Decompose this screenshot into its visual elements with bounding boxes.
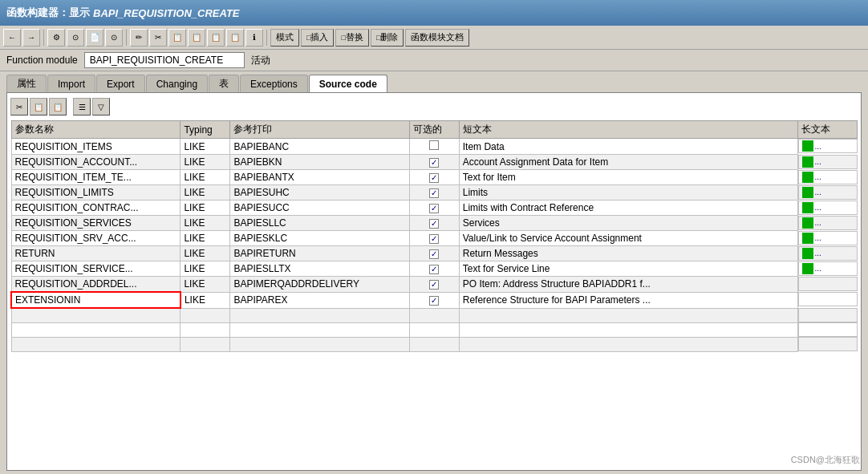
param-long-text[interactable]: ... <box>798 139 858 153</box>
tool-btn-7[interactable]: 📋 <box>168 29 186 47</box>
long-text-btn[interactable]: ... <box>815 203 821 212</box>
param-optional[interactable] <box>409 337 459 351</box>
table-row[interactable]: REQUISITION_ITEM_TE...LIKEBAPIEBANTXText… <box>11 170 858 185</box>
table-row[interactable]: REQUISITION_SRV_ACC...LIKEBAPIESKLCValue… <box>11 231 858 246</box>
param-optional[interactable] <box>409 155 459 170</box>
long-text-btn[interactable]: ... <box>815 188 821 196</box>
param-long-text[interactable]: ... <box>798 246 858 261</box>
long-text-btn[interactable]: ... <box>815 249 821 257</box>
table-row[interactable]: REQUISITION_ACCOUNT...LIKEBAPIEBKNAccoun… <box>11 155 858 170</box>
optional-checkbox[interactable] <box>429 140 439 150</box>
long-text-btn[interactable]: ... <box>815 233 821 242</box>
tool-btn-1[interactable]: ⚙ <box>47 29 65 47</box>
param-long-text[interactable]: ... <box>798 155 858 169</box>
function-value[interactable]: BAPI_REQUISITION_CREATE <box>84 52 245 68</box>
param-optional[interactable] <box>409 292 459 308</box>
table-row[interactable]: EXTENSIONINLIKEBAPIPAREXReference Struct… <box>11 292 858 308</box>
param-long-text[interactable] <box>798 322 858 337</box>
tool-btn-9[interactable]: 📋 <box>207 29 225 47</box>
tool-btn-6[interactable]: ✂ <box>149 29 167 47</box>
param-optional[interactable] <box>409 185 459 201</box>
param-long-text[interactable]: ... <box>798 216 858 230</box>
param-optional[interactable] <box>409 277 459 293</box>
copy-btn[interactable]: 📋 <box>30 98 47 115</box>
mode-btn[interactable]: 模式 <box>270 29 299 47</box>
long-text-btn[interactable]: ... <box>815 142 821 151</box>
tool-btn-8[interactable]: 📋 <box>188 29 205 47</box>
sort-btn[interactable]: ☰ <box>73 98 91 115</box>
tab-changing[interactable]: Changing <box>146 75 208 92</box>
tool-btn-11[interactable]: ℹ <box>245 29 263 47</box>
table-row[interactable] <box>11 337 858 351</box>
param-optional[interactable] <box>409 231 459 246</box>
param-long-text[interactable] <box>798 337 858 351</box>
param-optional[interactable] <box>409 308 459 322</box>
back-btn[interactable]: ← <box>3 29 21 47</box>
table-row[interactable]: REQUISITION_ITEMSLIKEBAPIEBANCItem Data.… <box>11 139 858 155</box>
table-row[interactable]: REQUISITION_CONTRAC...LIKEBAPIESUCCLimit… <box>11 201 858 216</box>
tab-table[interactable]: 表 <box>209 75 239 92</box>
long-text-btn[interactable]: ... <box>815 157 821 166</box>
tab-properties[interactable]: 属性 <box>6 75 47 92</box>
tab-export[interactable]: Export <box>96 75 145 92</box>
filter-btn[interactable]: ▽ <box>92 98 110 115</box>
param-optional[interactable] <box>409 216 459 231</box>
table-row[interactable] <box>11 322 858 337</box>
table-row[interactable]: REQUISITION_ADDRDEL...LIKEBAPIMERQADDRDE… <box>11 277 858 293</box>
optional-checkbox[interactable] <box>429 188 439 198</box>
function-bar: Function module BAPI_REQUISITION_CREATE … <box>0 50 868 71</box>
table-row[interactable]: RETURNLIKEBAPIRETURNReturn Messages... <box>11 246 858 261</box>
param-long-text[interactable]: ... <box>798 201 858 215</box>
tab-import[interactable]: Import <box>47 75 95 92</box>
func-doc-btn[interactable]: 函数模块文档 <box>405 29 469 47</box>
param-short-text: PO Item: Address Structure BAPIADDR1 f..… <box>459 277 797 293</box>
param-short-text <box>459 322 797 337</box>
tool-btn-2[interactable]: ⊙ <box>67 29 84 47</box>
param-optional[interactable] <box>409 201 459 216</box>
cut-btn[interactable]: ✂ <box>10 98 28 115</box>
table-row[interactable]: REQUISITION_SERVICE...LIKEBAPIESLLTXText… <box>11 261 858 277</box>
tool-btn-10[interactable]: 📋 <box>226 29 244 47</box>
param-optional[interactable] <box>409 170 459 185</box>
tool-btn-5[interactable]: ✏ <box>130 29 148 47</box>
param-optional[interactable] <box>409 322 459 337</box>
optional-checkbox[interactable] <box>429 204 439 213</box>
optional-checkbox[interactable] <box>429 219 439 229</box>
param-long-text[interactable]: ... <box>798 185 858 200</box>
tool-btn-3[interactable]: 📄 <box>86 29 103 47</box>
optional-checkbox[interactable] <box>429 249 439 259</box>
replace-btn[interactable]: □替换 <box>335 29 368 47</box>
param-optional[interactable] <box>409 139 459 155</box>
optional-checkbox[interactable] <box>429 296 439 306</box>
table-row[interactable]: REQUISITION_LIMITSLIKEBAPIESUHCLimits... <box>11 185 858 201</box>
long-text-btn[interactable]: ... <box>815 218 821 227</box>
optional-checkbox[interactable] <box>429 173 439 183</box>
param-long-text[interactable]: ... <box>798 170 858 184</box>
param-typing: LIKE <box>180 261 230 277</box>
param-optional[interactable] <box>409 246 459 261</box>
forward-btn[interactable]: → <box>22 29 40 47</box>
param-optional[interactable] <box>409 261 459 277</box>
param-long-text[interactable] <box>798 292 858 306</box>
insert-btn[interactable]: □插入 <box>301 29 334 47</box>
param-name: RETURN <box>11 246 180 261</box>
param-long-text[interactable]: ... <box>798 261 858 276</box>
tab-exceptions[interactable]: Exceptions <box>240 75 308 92</box>
param-long-text[interactable]: ... <box>798 231 858 245</box>
tab-source-code[interactable]: Source code <box>309 75 387 92</box>
param-ref <box>230 308 409 322</box>
paste-btn[interactable]: 📋 <box>49 98 67 115</box>
delete-btn[interactable]: □删除 <box>371 29 404 47</box>
optional-checkbox[interactable] <box>429 158 439 168</box>
table-row[interactable]: REQUISITION_SERVICESLIKEBAPIESLLCService… <box>11 216 858 231</box>
tool-btn-4[interactable]: ⊙ <box>105 29 123 47</box>
long-text-btn[interactable]: ... <box>815 172 821 181</box>
param-long-text[interactable] <box>798 277 858 291</box>
optional-checkbox[interactable] <box>429 234 439 244</box>
table-row[interactable] <box>11 308 858 322</box>
long-text-btn[interactable]: ... <box>815 264 821 273</box>
optional-checkbox[interactable] <box>429 265 439 274</box>
params-table: 参数名称 Typing 参考打印 可选的 短文本 长文本 REQUISITION… <box>10 120 858 352</box>
param-long-text[interactable] <box>798 308 858 322</box>
optional-checkbox[interactable] <box>429 280 439 290</box>
